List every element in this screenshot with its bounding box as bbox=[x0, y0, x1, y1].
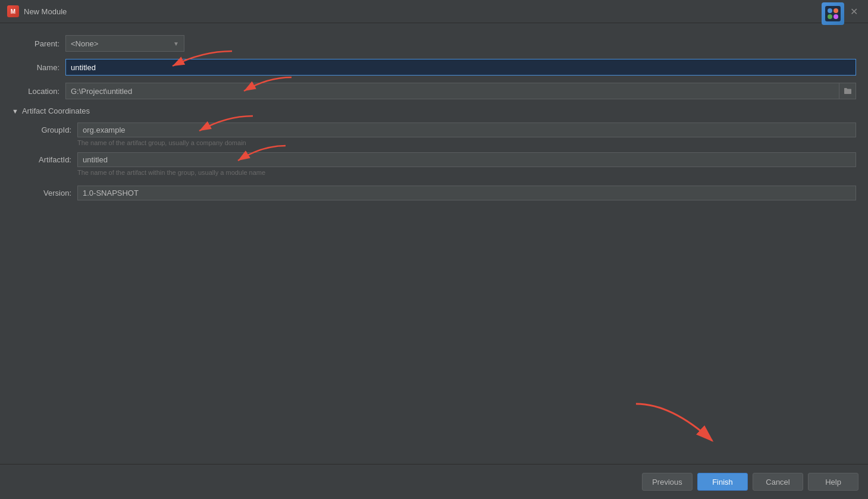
artifact-id-label: ArtifactId: bbox=[18, 152, 77, 164]
app-icon: M bbox=[7, 5, 19, 17]
browse-folder-button[interactable] bbox=[839, 83, 856, 99]
name-label: Name: bbox=[12, 63, 65, 72]
artifact-id-row: ArtifactId: The name of the artifact wit… bbox=[18, 152, 856, 176]
dialog-title: New Module bbox=[24, 7, 67, 16]
artifact-section-title: Artifact Coordinates bbox=[22, 106, 90, 115]
location-input[interactable] bbox=[65, 83, 839, 99]
artifact-id-field-wrap: The name of the artifact within the grou… bbox=[77, 152, 856, 176]
svg-point-4 bbox=[833, 14, 838, 19]
artifact-id-input[interactable] bbox=[77, 152, 856, 167]
group-id-input[interactable] bbox=[77, 123, 856, 137]
chevron-down-icon: ▼ bbox=[173, 40, 179, 47]
intellij-badge bbox=[822, 2, 844, 25]
group-id-field-wrap: The name of the artifact group, usually … bbox=[77, 123, 856, 146]
group-id-row: GroupId: The name of the artifact group,… bbox=[18, 123, 856, 146]
folder-icon bbox=[844, 87, 852, 95]
svg-rect-0 bbox=[825, 6, 841, 21]
svg-point-2 bbox=[833, 8, 838, 13]
new-module-dialog: M New Module ✕ Parent: <None> ▼ Name: bbox=[0, 0, 868, 499]
artifact-section-header: ▼ Artifact Coordinates bbox=[12, 106, 856, 115]
artifact-section: GroupId: The name of the artifact group,… bbox=[18, 123, 856, 200]
svg-point-3 bbox=[828, 14, 832, 19]
title-bar: M New Module ✕ bbox=[0, 0, 868, 23]
artifact-section-toggle[interactable]: ▼ bbox=[12, 108, 18, 115]
title-bar-left: M New Module bbox=[7, 5, 67, 17]
svg-point-1 bbox=[828, 8, 832, 13]
group-id-label: GroupId: bbox=[18, 123, 77, 134]
close-button[interactable]: ✕ bbox=[847, 4, 861, 18]
location-row: Location: bbox=[12, 83, 856, 99]
parent-select-value: <None> bbox=[71, 39, 98, 48]
location-label: Location: bbox=[12, 87, 65, 96]
version-field-wrap bbox=[77, 186, 856, 200]
parent-select[interactable]: <None> ▼ bbox=[65, 35, 184, 52]
help-button[interactable]: Help bbox=[808, 473, 858, 491]
version-input[interactable] bbox=[77, 186, 856, 200]
finish-button[interactable]: Finish bbox=[697, 473, 748, 491]
group-id-hint: The name of the artifact group, usually … bbox=[77, 139, 856, 146]
dialog-footer: Previous Finish Cancel Help bbox=[0, 464, 868, 499]
version-label: Version: bbox=[18, 186, 77, 197]
dialog-body: Parent: <None> ▼ Name: Location: bbox=[0, 23, 868, 464]
name-row: Name: bbox=[12, 59, 856, 76]
cancel-button[interactable]: Cancel bbox=[753, 473, 803, 491]
artifact-id-hint: The name of the artifact within the grou… bbox=[77, 169, 856, 176]
parent-label: Parent: bbox=[12, 39, 65, 48]
parent-row: Parent: <None> ▼ bbox=[12, 35, 856, 52]
previous-button[interactable]: Previous bbox=[642, 473, 692, 491]
name-input[interactable] bbox=[65, 59, 856, 76]
version-row: Version: bbox=[18, 186, 856, 200]
